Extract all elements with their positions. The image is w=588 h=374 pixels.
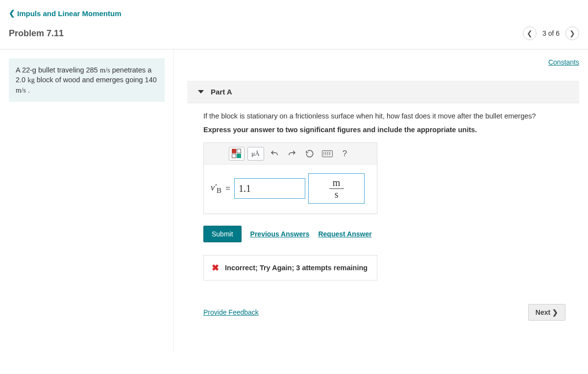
provide-feedback-link[interactable]: Provide Feedback [203,308,259,316]
variable-label: v′B [211,183,221,195]
units-button[interactable]: μÅ [247,147,264,161]
help-icon[interactable]: ? [338,147,352,161]
header: ❮ Impuls and Linear Momentum Problem 7.1… [0,0,588,49]
constants-link[interactable]: Constants [190,58,579,66]
pager: ❮ 3 of 6 ❯ [523,26,579,40]
reset-icon[interactable] [302,147,317,161]
page-title: Problem 7.11 [9,28,64,39]
next-problem-button[interactable]: ❯ [565,26,579,40]
unit-denominator: s [332,189,342,200]
undo-icon[interactable] [267,147,282,161]
incorrect-icon: ✖ [212,262,219,273]
question-text: If the block is stationary on a friction… [203,112,565,120]
caret-down-icon [198,90,204,94]
prev-problem-button[interactable]: ❮ [523,26,537,40]
answer-widget: μÅ ? v′B = [203,142,377,214]
part-a-header[interactable]: Part A [187,81,579,103]
question-instruction: Express your answer to two significant f… [203,126,565,134]
unit-numerator: m [330,177,343,188]
units-input[interactable]: m s [308,173,365,204]
next-button[interactable]: Next ❯ [528,304,565,321]
breadcrumb-label: Impuls and Linear Momentum [17,9,122,18]
chevron-left-icon: ❮ [9,9,15,18]
equals-sign: = [225,184,230,194]
eq-toolbar: μÅ ? [204,143,377,164]
feedback-text: Incorrect; Try Again; 3 attempts remaini… [225,264,368,272]
keyboard-icon[interactable] [320,147,335,161]
breadcrumb-link[interactable]: ❮ Impuls and Linear Momentum [9,9,122,18]
request-answer-link[interactable]: Request Answer [318,230,371,238]
feedback-message: ✖ Incorrect; Try Again; 3 attempts remai… [203,255,377,280]
redo-icon[interactable] [285,147,299,161]
submit-button[interactable]: Submit [203,226,242,242]
previous-answers-link[interactable]: Previous Answers [250,230,310,238]
part-label: Part A [211,88,232,96]
answer-value-input[interactable] [234,178,305,199]
problem-statement: A 22-g bullet traveling 285 m/s penetrat… [9,58,165,102]
problem-sidebar: A 22-g bullet traveling 285 m/s penetrat… [0,49,174,353]
templates-icon[interactable] [229,147,245,161]
pager-text: 3 of 6 [542,29,560,37]
